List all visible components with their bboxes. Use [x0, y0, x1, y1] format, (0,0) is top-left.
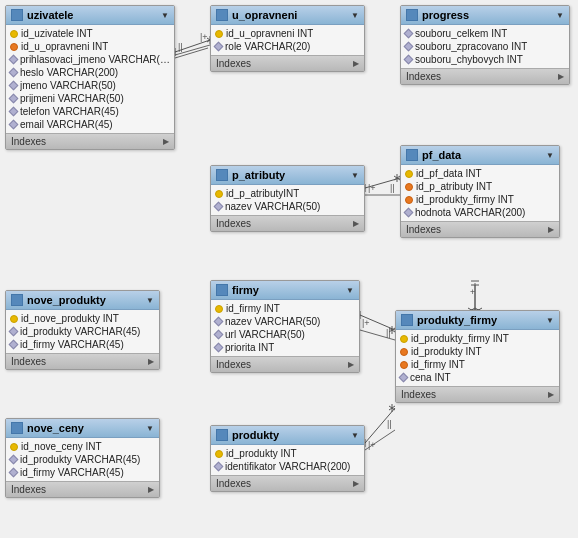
field-row: id_produkty VARCHAR(45): [6, 325, 159, 338]
table-header-nove_ceny[interactable]: nove_ceny▼: [6, 419, 159, 438]
table-icon-pf_data: [406, 149, 418, 161]
field-icon-key: [215, 305, 223, 313]
table-footer-p_atributy[interactable]: Indexes▶: [211, 215, 364, 231]
er-diagram: || |+ |+ || |+ || + |+ ||: [0, 0, 578, 538]
field-icon-key: [400, 335, 408, 343]
field-icon-diamond: [404, 29, 414, 39]
table-footer-u_opravneni[interactable]: Indexes▶: [211, 55, 364, 71]
field-icon-fk: [405, 196, 413, 204]
svg-text:||: ||: [386, 328, 391, 338]
table-header-firmy[interactable]: firmy▼: [211, 281, 359, 300]
table-fields-produkty: id_produkty INTidentifikator VARCHAR(200…: [211, 445, 364, 475]
field-text: priorita INT: [225, 342, 274, 353]
footer-arrow-produkty_firmy: ▶: [548, 390, 554, 399]
table-footer-produkty_firmy[interactable]: Indexes▶: [396, 386, 559, 402]
field-row: identifikator VARCHAR(200): [211, 460, 364, 473]
field-row: id_firmy INT: [211, 302, 359, 315]
field-row: id_produkty_firmy INT: [396, 332, 559, 345]
svg-line-0: [175, 45, 210, 55]
field-row: telefon VARCHAR(45): [6, 105, 174, 118]
table-title-produkty: produkty: [232, 429, 347, 441]
field-icon-diamond: [9, 81, 19, 91]
field-icon-key: [10, 30, 18, 38]
field-text: email VARCHAR(45): [20, 119, 113, 130]
table-icon-nove_ceny: [11, 422, 23, 434]
table-icon-firmy: [216, 284, 228, 296]
field-text: id_nove_ceny INT: [21, 441, 102, 452]
footer-label-pf_data: Indexes: [406, 224, 441, 235]
field-text: role VARCHAR(20): [225, 41, 310, 52]
svg-line-7: [360, 330, 395, 340]
field-text: id_u_opravneni INT: [226, 28, 313, 39]
table-title-nove_produkty: nove_produkty: [27, 294, 142, 306]
table-footer-nove_produkty[interactable]: Indexes▶: [6, 353, 159, 369]
field-icon-diamond: [9, 468, 19, 478]
table-nove_ceny: nove_ceny▼id_nove_ceny INTid_produkty VA…: [5, 418, 160, 498]
table-footer-firmy[interactable]: Indexes▶: [211, 356, 359, 372]
svg-line-40: [389, 406, 395, 410]
footer-label-nove_ceny: Indexes: [11, 484, 46, 495]
table-icon-nove_produkty: [11, 294, 23, 306]
table-nove_produkty: nove_produkty▼id_nove_produkty INTid_pro…: [5, 290, 160, 370]
field-row: id_u_opravneni INT: [6, 40, 174, 53]
table-icon-produkty_firmy: [401, 314, 413, 326]
field-text: id_p_atributy INT: [416, 181, 492, 192]
field-icon-key: [405, 170, 413, 178]
field-text: jmeno VARCHAR(50): [20, 80, 116, 91]
field-text: id_firmy VARCHAR(45): [20, 467, 124, 478]
field-row: id_firmy VARCHAR(45): [6, 338, 159, 351]
table-footer-produkty[interactable]: Indexes▶: [211, 475, 364, 491]
table-footer-nove_ceny[interactable]: Indexes▶: [6, 481, 159, 497]
field-text: id_produkty VARCHAR(45): [20, 454, 140, 465]
field-icon-diamond: [9, 94, 19, 104]
table-title-pf_data: pf_data: [422, 149, 542, 161]
field-icon-fk: [405, 183, 413, 191]
field-row: heslo VARCHAR(200): [6, 66, 174, 79]
table-icon-progress: [406, 9, 418, 21]
table-header-arrow-firmy: ▼: [346, 286, 354, 295]
field-row: souboru_celkem INT: [401, 27, 569, 40]
field-text: nazev VARCHAR(50): [225, 316, 320, 327]
table-icon-produkty: [216, 429, 228, 441]
footer-arrow-p_atributy: ▶: [353, 219, 359, 228]
field-icon-diamond: [404, 208, 414, 218]
table-footer-progress[interactable]: Indexes▶: [401, 68, 569, 84]
svg-text:||: ||: [178, 42, 183, 52]
footer-label-produkty_firmy: Indexes: [401, 389, 436, 400]
table-fields-nove_ceny: id_nove_ceny INTid_produkty VARCHAR(45)i…: [6, 438, 159, 481]
table-header-arrow-u_opravneni: ▼: [351, 11, 359, 20]
field-icon-key: [10, 443, 18, 451]
field-icon-diamond: [9, 107, 19, 117]
table-footer-pf_data[interactable]: Indexes▶: [401, 221, 559, 237]
table-header-arrow-nove_produkty: ▼: [146, 296, 154, 305]
table-fields-produkty_firmy: id_produkty_firmy INTid_produkty INTid_f…: [396, 330, 559, 386]
table-header-p_atributy[interactable]: p_atributy▼: [211, 166, 364, 185]
table-header-produkty[interactable]: produkty▼: [211, 426, 364, 445]
table-uzivatele: uzivatele▼id_uzivatele INTid_u_opravneni…: [5, 5, 175, 150]
field-text: id_produkty INT: [226, 448, 297, 459]
field-row: id_firmy INT: [396, 358, 559, 371]
table-header-produkty_firmy[interactable]: produkty_firmy▼: [396, 311, 559, 330]
field-text: nazev VARCHAR(50): [225, 201, 320, 212]
field-row: id_u_opravneni INT: [211, 27, 364, 40]
footer-arrow-uzivatele: ▶: [163, 137, 169, 146]
svg-text:+: +: [470, 287, 475, 297]
table-header-uzivatele[interactable]: uzivatele▼: [6, 6, 174, 25]
field-text: souboru_zpracovano INT: [415, 41, 527, 52]
field-icon-diamond: [214, 202, 224, 212]
table-fields-p_atributy: id_p_atributyINTnazev VARCHAR(50): [211, 185, 364, 215]
table-header-nove_produkty[interactable]: nove_produkty▼: [6, 291, 159, 310]
table-footer-uzivatele[interactable]: Indexes▶: [6, 133, 174, 149]
field-row: prijmeni VARCHAR(50): [6, 92, 174, 105]
table-header-progress[interactable]: progress▼: [401, 6, 569, 25]
footer-arrow-pf_data: ▶: [548, 225, 554, 234]
table-fields-progress: souboru_celkem INTsouboru_zpracovano INT…: [401, 25, 569, 68]
field-row: prihlasovaci_jmeno VARCHAR(50): [6, 53, 174, 66]
table-fields-firmy: id_firmy INTnazev VARCHAR(50)url VARCHAR…: [211, 300, 359, 356]
field-row: priorita INT: [211, 341, 359, 354]
svg-line-12: [365, 430, 395, 450]
table-header-pf_data[interactable]: pf_data▼: [401, 146, 559, 165]
table-header-u_opravneni[interactable]: u_opravneni▼: [211, 6, 364, 25]
field-text: telefon VARCHAR(45): [20, 106, 119, 117]
table-title-uzivatele: uzivatele: [27, 9, 157, 21]
